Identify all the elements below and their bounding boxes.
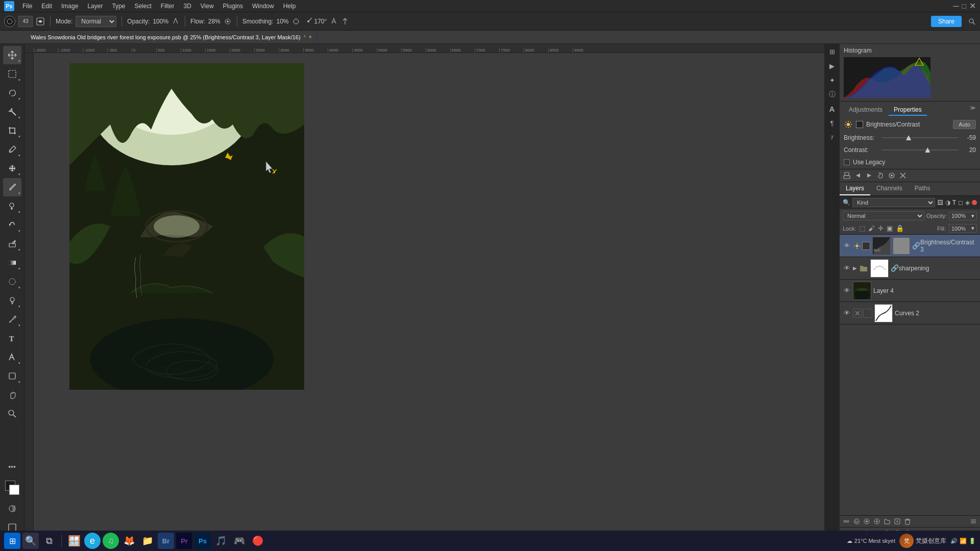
filter-active-dot[interactable]	[972, 200, 977, 205]
brush-icon[interactable]	[4, 16, 15, 27]
link-layers-icon[interactable]	[843, 518, 850, 525]
color-swatch[interactable]	[3, 479, 21, 497]
close-button[interactable]: ✕	[969, 1, 976, 11]
delete-layer-icon[interactable]	[904, 518, 911, 525]
opacity-value-wrap[interactable]: 100%	[153, 18, 168, 25]
menu-3d[interactable]: 3D	[179, 2, 195, 11]
taskbar-photoshop[interactable]: Ps	[194, 533, 211, 549]
lasso-tool[interactable]: ▾	[3, 84, 21, 102]
new-group-icon[interactable]	[884, 518, 891, 525]
tab-properties[interactable]: Properties	[889, 105, 927, 116]
menu-view[interactable]: View	[197, 2, 218, 11]
filter-shape-icon[interactable]: ◻	[958, 199, 963, 206]
airbrush-icon[interactable]	[224, 17, 232, 26]
zoom-tool[interactable]	[3, 405, 21, 423]
filter-type-icon[interactable]: T	[952, 199, 956, 206]
menu-select[interactable]: Select	[130, 2, 155, 11]
panel-expand-icon[interactable]: ≫	[970, 105, 976, 116]
pen-tool[interactable]: ▾	[3, 310, 21, 329]
bc-sun-icon[interactable]	[844, 120, 853, 129]
menu-filter[interactable]: Filter	[157, 2, 179, 11]
brush-size[interactable]: 43	[18, 16, 33, 27]
history-brush-tool[interactable]: ▾	[3, 216, 21, 234]
new-adjustment-icon[interactable]	[873, 518, 880, 525]
blur-tool[interactable]: ▾	[3, 272, 21, 291]
more-tools[interactable]: •••	[3, 458, 21, 476]
new-layer-icon[interactable]	[894, 518, 901, 525]
menu-image[interactable]: Image	[57, 2, 82, 11]
menu-layer[interactable]: Layer	[83, 2, 107, 11]
layer-mode-dropdown[interactable]: Normal	[843, 211, 924, 220]
menu-edit[interactable]: Edit	[37, 2, 56, 11]
lock-position-icon[interactable]: ✛	[878, 224, 884, 232]
layer-visibility-curves2[interactable]: 👁	[843, 309, 851, 317]
type-icon[interactable]: A	[826, 103, 838, 114]
lock-all-icon[interactable]: 🔒	[896, 224, 904, 232]
visibility-toggle-icon[interactable]	[888, 171, 896, 180]
hand-tool[interactable]	[3, 386, 21, 404]
filter-adj-icon[interactable]: ◑	[945, 199, 950, 206]
taskbar-firefox[interactable]: 🦊	[121, 533, 137, 549]
move-tool[interactable]: ▾	[3, 46, 21, 64]
filter-pixel-icon[interactable]: 🖼	[937, 199, 943, 206]
maximize-button[interactable]: □	[962, 2, 966, 10]
shape-tool[interactable]: ▾	[3, 367, 21, 385]
brand-icon[interactable]: 梵 梵摄创意库	[899, 534, 946, 548]
taskbar-spotify[interactable]: ♫	[103, 533, 119, 549]
clip-to-layer-icon[interactable]	[843, 171, 851, 180]
taskbar-explorer[interactable]: 🪟	[66, 533, 82, 549]
healing-tool[interactable]: ▾	[3, 159, 21, 178]
layer-visibility-layer4[interactable]: 👁	[843, 287, 851, 295]
menu-window[interactable]: Window	[248, 2, 278, 11]
magic-wand-tool[interactable]: ▾	[3, 103, 21, 121]
search-icon[interactable]	[968, 17, 976, 26]
layers-panel-menu-icon[interactable]	[970, 518, 977, 525]
add-fx-icon[interactable]: fx	[853, 518, 860, 525]
crop-tool[interactable]: ▾	[3, 121, 21, 140]
bc-mask-icon[interactable]	[856, 121, 863, 128]
path-selection-tool[interactable]: ▾	[3, 348, 21, 366]
bc3-sun-icon[interactable]	[853, 242, 861, 250]
character-icon[interactable]: T	[826, 132, 838, 143]
taskbar-bridge[interactable]: Br	[158, 533, 174, 549]
play-icon[interactable]: ▶	[826, 60, 838, 71]
taskbar-game[interactable]: 🎮	[231, 533, 248, 549]
eyedropper-tool[interactable]: ▾	[3, 140, 21, 159]
menu-file[interactable]: File	[18, 2, 36, 11]
taskbar-media[interactable]: 🎵	[213, 533, 229, 549]
symmetry-icon[interactable]	[341, 17, 349, 26]
tab-channels[interactable]: Channels	[870, 182, 909, 195]
layer-item-curves2[interactable]: 👁 Curves 2	[840, 302, 980, 324]
lock-transparent-icon[interactable]: ⬚	[859, 224, 865, 232]
filter-smart-icon[interactable]: ◈	[965, 199, 970, 206]
selection-tool[interactable]: ▾	[3, 65, 21, 83]
contrast-slider[interactable]	[882, 147, 958, 153]
layer-item-layer4[interactable]: 👁 Layer 4	[840, 280, 980, 302]
previous-state-icon[interactable]	[854, 171, 862, 180]
text-tool[interactable]: T	[3, 329, 21, 347]
reset-icon[interactable]	[876, 171, 885, 180]
taskbar-search[interactable]: 🔍	[22, 533, 39, 549]
pressure2-icon[interactable]	[330, 17, 338, 26]
taskbar-premiere[interactable]: Pr	[176, 533, 192, 549]
taskbar-files[interactable]: 📁	[139, 533, 156, 549]
menu-help[interactable]: Help	[279, 2, 300, 11]
fill-value[interactable]: 100% ▾	[949, 224, 977, 233]
add-mask-icon[interactable]	[863, 518, 870, 525]
brush-tool[interactable]: ▾	[3, 178, 21, 196]
kind-dropdown[interactable]: Kind	[852, 198, 935, 207]
windows-start-button[interactable]: ⊞	[4, 533, 20, 549]
use-legacy-checkbox[interactable]	[844, 159, 850, 165]
workspace-icon[interactable]: ⊞	[826, 46, 838, 57]
eraser-tool[interactable]: ▾	[3, 235, 21, 253]
lock-pixels-icon[interactable]: 🖌	[868, 224, 875, 232]
flow-value-wrap[interactable]: 28%	[208, 18, 220, 25]
paragraph-icon[interactable]: ¶	[826, 117, 838, 129]
info-icon[interactable]: ⓘ	[826, 89, 838, 100]
share-button[interactable]: Share	[931, 16, 962, 27]
layer-visibility-sharpening[interactable]: 👁	[843, 264, 851, 272]
sparkle-icon[interactable]: ✦	[826, 74, 838, 86]
quick-mask[interactable]	[3, 499, 21, 518]
delete-adjustment-icon[interactable]	[899, 171, 907, 180]
tab-close-button[interactable]: ×	[309, 34, 312, 40]
